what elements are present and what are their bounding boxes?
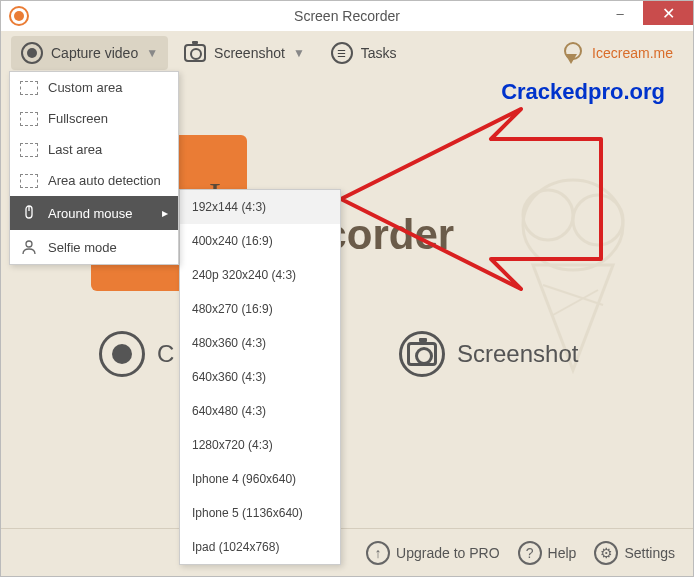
svg-point-7 xyxy=(26,241,32,247)
dropdown-label: Area auto detection xyxy=(48,173,161,188)
upgrade-icon: ↑ xyxy=(366,541,390,565)
settings-button[interactable]: ⚙ Settings xyxy=(594,541,675,565)
fullscreen-icon xyxy=(20,112,38,126)
submenu-item[interactable]: 480x270 (16:9) xyxy=(180,292,340,326)
submenu-item[interactable]: 640x360 (4:3) xyxy=(180,360,340,394)
submenu-item[interactable]: Iphone 5 (1136x640) xyxy=(180,496,340,530)
submenu-item[interactable]: 240p 320x240 (4:3) xyxy=(180,258,340,292)
camera-big-icon xyxy=(399,331,445,377)
tasks-label: Tasks xyxy=(361,45,397,61)
window-title: Screen Recorder xyxy=(294,8,400,24)
watermark-text: Crackedpro.org xyxy=(501,79,665,105)
custom-area-icon xyxy=(20,81,38,95)
svg-line-3 xyxy=(543,285,603,305)
help-icon: ? xyxy=(518,541,542,565)
screenshot-big-button[interactable]: Screenshot xyxy=(399,331,578,377)
upgrade-button[interactable]: ↑ Upgrade to PRO xyxy=(366,541,500,565)
screenshot-big-label: Screenshot xyxy=(457,340,578,368)
dropdown-item-selfie-mode[interactable]: Selfie mode xyxy=(10,230,178,264)
screenshot-label: Screenshot xyxy=(214,45,285,61)
svg-point-1 xyxy=(523,190,573,240)
record-icon xyxy=(21,42,43,64)
bottombar: ↑ Upgrade to PRO ? Help ⚙ Settings xyxy=(1,528,693,576)
capture-dropdown: Custom area Fullscreen Last area Area au… xyxy=(9,71,179,265)
dropdown-label: Fullscreen xyxy=(48,111,108,126)
icecream-link-label: Icecream.me xyxy=(592,45,673,61)
capture-video-button[interactable]: Capture video ▼ xyxy=(11,36,168,70)
dropdown-item-fullscreen[interactable]: Fullscreen xyxy=(10,103,178,134)
dropdown-label: Selfie mode xyxy=(48,240,117,255)
submenu-item[interactable]: 640x480 (4:3) xyxy=(180,394,340,428)
auto-detection-icon xyxy=(20,174,38,188)
help-label: Help xyxy=(548,545,577,561)
tasks-icon: ☰ xyxy=(331,42,353,64)
svg-line-4 xyxy=(553,290,598,315)
dropdown-item-custom-area[interactable]: Custom area xyxy=(10,72,178,103)
titlebar: Screen Recorder – ✕ xyxy=(1,1,693,31)
gear-icon: ⚙ xyxy=(594,541,618,565)
submenu-item[interactable]: 480x360 (4:3) xyxy=(180,326,340,360)
submenu-item[interactable]: 192x144 (4:3) xyxy=(180,190,340,224)
help-button[interactable]: ? Help xyxy=(518,541,577,565)
submenu-item[interactable]: Ipad (1024x768) xyxy=(180,530,340,564)
icecream-icon xyxy=(562,42,584,64)
settings-label: Settings xyxy=(624,545,675,561)
submenu-item[interactable]: 400x240 (16:9) xyxy=(180,224,340,258)
record-big-icon xyxy=(99,331,145,377)
close-button[interactable]: ✕ xyxy=(643,1,693,25)
toolbar: Capture video ▼ Screenshot ▼ ☰ Tasks Ice… xyxy=(1,31,693,75)
minimize-button[interactable]: – xyxy=(597,1,643,25)
capture-partial-1: C xyxy=(157,340,174,368)
chevron-down-icon: ▼ xyxy=(293,46,305,60)
dropdown-item-around-mouse[interactable]: Around mouse ▸ xyxy=(10,196,178,230)
tasks-button[interactable]: ☰ Tasks xyxy=(321,36,407,70)
dropdown-item-auto-detection[interactable]: Area auto detection xyxy=(10,165,178,196)
screenshot-button[interactable]: Screenshot ▼ xyxy=(174,38,315,68)
chevron-right-icon: ▸ xyxy=(162,206,168,220)
dropdown-label: Custom area xyxy=(48,80,122,95)
app-icon xyxy=(9,6,29,26)
icecream-link[interactable]: Icecream.me xyxy=(552,36,683,70)
upgrade-label: Upgrade to PRO xyxy=(396,545,500,561)
window-controls: – ✕ xyxy=(597,1,693,25)
dropdown-label: Around mouse xyxy=(48,206,133,221)
svg-point-2 xyxy=(573,195,623,245)
dropdown-label: Last area xyxy=(48,142,102,157)
dropdown-item-last-area[interactable]: Last area xyxy=(10,134,178,165)
resolution-submenu: 192x144 (4:3) 400x240 (16:9) 240p 320x24… xyxy=(179,189,341,565)
selfie-icon xyxy=(20,238,38,256)
capture-video-label: Capture video xyxy=(51,45,138,61)
camera-icon xyxy=(184,44,206,62)
last-area-icon xyxy=(20,143,38,157)
submenu-item[interactable]: Iphone 4 (960x640) xyxy=(180,462,340,496)
app-window: Screen Recorder – ✕ Capture video ▼ Scre… xyxy=(0,0,694,577)
chevron-down-icon: ▼ xyxy=(146,46,158,60)
mouse-icon xyxy=(20,204,38,222)
submenu-item[interactable]: 1280x720 (4:3) xyxy=(180,428,340,462)
